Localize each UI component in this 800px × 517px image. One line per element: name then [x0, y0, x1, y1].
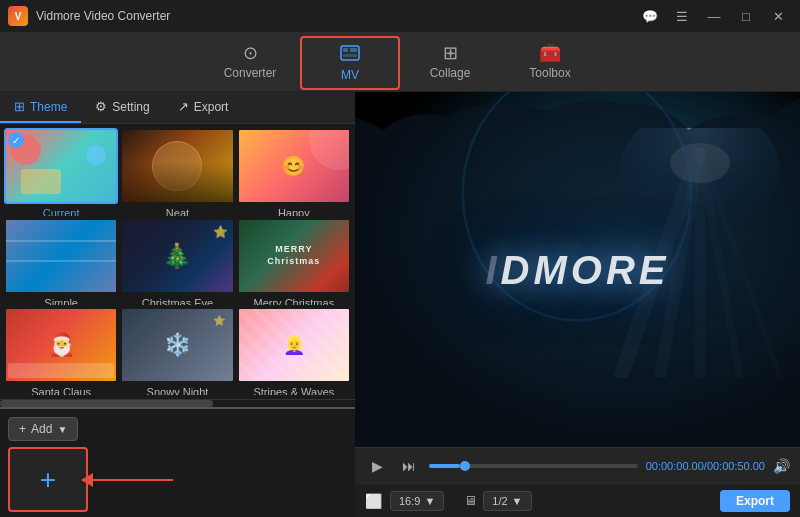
tab-mv[interactable]: MV	[300, 36, 400, 90]
progress-dot	[460, 461, 470, 471]
add-button[interactable]: + Add ▼	[8, 417, 78, 441]
sub-tab-theme[interactable]: ⊞ Theme	[0, 92, 81, 123]
theme-item-neat[interactable]: Neat	[120, 128, 234, 216]
theme-current-label: Current	[4, 204, 118, 216]
add-media-slot[interactable]: +	[8, 447, 88, 512]
theme-santa-label: Santa Claus	[4, 383, 118, 395]
svg-rect-1	[343, 48, 348, 52]
theme-item-simple[interactable]: Simple	[4, 218, 118, 306]
theme-simple-label: Simple	[4, 294, 118, 306]
arrow-indicator	[93, 479, 173, 481]
add-dropdown-icon: ▼	[57, 424, 67, 435]
setting-gear-icon: ⚙	[95, 99, 107, 114]
arrow-head	[81, 473, 93, 487]
converter-label: Converter	[224, 66, 277, 80]
theme-item-merry-christmas[interactable]: MERRYChristmas Merry Christmas	[237, 218, 351, 306]
minimize-button[interactable]: —	[700, 6, 728, 26]
controls-bar: ▶ ⏭ 00:00:00.00/00:00:50.00 🔊	[355, 447, 800, 483]
progress-fill	[429, 464, 460, 468]
sub-tab-export[interactable]: ↗ Export	[164, 92, 243, 123]
message-button[interactable]: 💬	[636, 6, 664, 26]
ratio-chevron-icon: ▼	[424, 495, 435, 507]
step-forward-button[interactable]: ⏭	[397, 454, 421, 478]
sub-tab-setting[interactable]: ⚙ Setting	[81, 92, 163, 123]
ratio-value: 16:9	[399, 495, 420, 507]
ratio-icon: ⬜	[365, 493, 382, 509]
converter-icon: ⊙	[243, 44, 258, 62]
right-panel: IDMORE ▶ ⏭ 00:00:00.00/00:00:50.00 🔊 ⬜ 1…	[355, 92, 800, 517]
ratio-dropdown[interactable]: 16:9 ▼	[390, 491, 444, 511]
export-label: Export	[194, 100, 229, 114]
preview-background: IDMORE	[355, 92, 800, 447]
selected-checkmark: ✓	[8, 132, 24, 148]
menu-button[interactable]: ☰	[668, 6, 696, 26]
add-plus-icon: +	[19, 422, 26, 436]
window-controls: 💬 ☰ — □ ✕	[636, 6, 792, 26]
export-button[interactable]: Export	[720, 490, 790, 512]
theme-scrollbar[interactable]	[0, 399, 355, 407]
left-panel: ⊞ Theme ⚙ Setting ↗ Export	[0, 92, 355, 517]
theme-item-happy[interactable]: 😊 Happy	[237, 128, 351, 216]
theme-item-santa-claus[interactable]: 🎅 Santa Claus	[4, 307, 118, 395]
media-slot-plus-icon: +	[40, 466, 56, 494]
svg-rect-2	[350, 48, 357, 52]
scrollbar-thumb[interactable]	[0, 400, 213, 407]
sub-tabs: ⊞ Theme ⚙ Setting ↗ Export	[0, 92, 355, 124]
collage-label: Collage	[430, 66, 471, 80]
play-button[interactable]: ▶	[365, 454, 389, 478]
app-logo: V	[8, 6, 28, 26]
format-bar: ⬜ 16:9 ▼ 🖥 1/2 ▼ Export	[355, 483, 800, 517]
svg-rect-3	[343, 54, 357, 57]
resolution-value: 1/2	[492, 495, 507, 507]
mv-icon	[340, 45, 360, 64]
nav-tabs: ⊙ Converter MV ⊞ Collage 🧰 Toolbox	[0, 32, 800, 92]
close-button[interactable]: ✕	[764, 6, 792, 26]
bottom-section: + Add ▼ +	[0, 407, 355, 517]
resolution-icon: 🖥	[464, 493, 477, 508]
theme-grid: ✓ Current Neat	[0, 124, 355, 399]
collage-icon: ⊞	[443, 44, 458, 62]
theme-grid-icon: ⊞	[14, 99, 25, 114]
resolution-dropdown[interactable]: 1/2 ▼	[483, 491, 531, 511]
add-label: Add	[31, 422, 52, 436]
preview-area: IDMORE	[355, 92, 800, 447]
theme-christmas-eve-label: Christmas Eve	[120, 294, 234, 306]
theme-merry-christmas-label: Merry Christmas	[237, 294, 351, 306]
title-bar: V Vidmore Video Converter 💬 ☰ — □ ✕	[0, 0, 800, 32]
export-arrow-icon: ↗	[178, 99, 189, 114]
mv-label: MV	[341, 68, 359, 82]
resolution-chevron-icon: ▼	[512, 495, 523, 507]
media-slots: +	[8, 447, 347, 512]
theme-item-current[interactable]: ✓ Current	[4, 128, 118, 216]
preview-title-text: IDMORE	[485, 247, 669, 292]
tab-converter[interactable]: ⊙ Converter	[200, 32, 300, 92]
theme-label: Theme	[30, 100, 67, 114]
app-title: Vidmore Video Converter	[36, 9, 636, 23]
theme-item-snowy-night[interactable]: ❄️ ⭐ Snowy Night	[120, 307, 234, 395]
volume-icon[interactable]: 🔊	[773, 458, 790, 474]
arrow-line	[93, 479, 173, 481]
maximize-button[interactable]: □	[732, 6, 760, 26]
theme-item-stripes-waves[interactable]: 👱‍♀️ Stripes & Waves	[237, 307, 351, 395]
time-display: 00:00:00.00/00:00:50.00	[646, 460, 765, 472]
toolbox-label: Toolbox	[529, 66, 570, 80]
tab-toolbox[interactable]: 🧰 Toolbox	[500, 32, 600, 92]
theme-happy-label: Happy	[237, 204, 351, 216]
theme-snowy-label: Snowy Night	[120, 383, 234, 395]
theme-neat-label: Neat	[120, 204, 234, 216]
theme-item-christmas-eve[interactable]: ⭐ 🎄 Christmas Eve	[120, 218, 234, 306]
main-content: ⊞ Theme ⚙ Setting ↗ Export	[0, 92, 800, 517]
progress-bar[interactable]	[429, 464, 638, 468]
tab-collage[interactable]: ⊞ Collage	[400, 32, 500, 92]
setting-label: Setting	[112, 100, 149, 114]
toolbox-icon: 🧰	[539, 44, 561, 62]
theme-stripes-label: Stripes & Waves	[237, 383, 351, 395]
